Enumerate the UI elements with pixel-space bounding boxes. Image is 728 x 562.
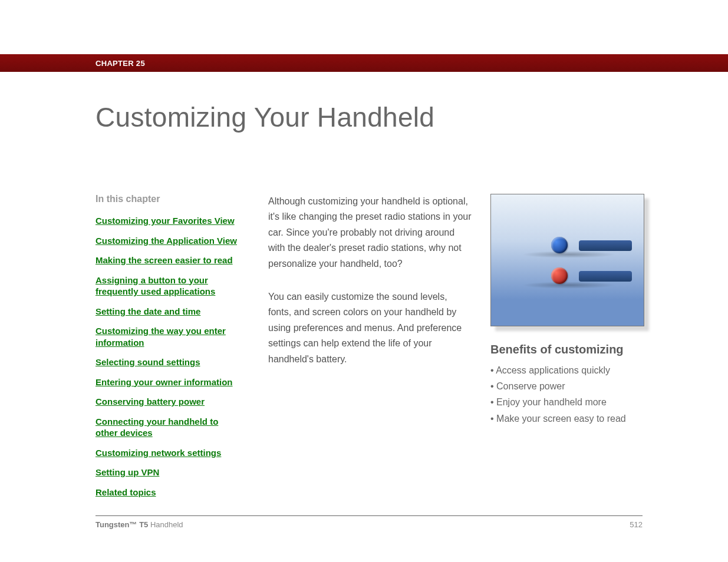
page-number: 512: [630, 520, 643, 529]
benefit-item: Make your screen easy to read: [490, 411, 650, 427]
link-connecting-handheld-to-other-devices[interactable]: Connecting your handheld to other device…: [95, 416, 240, 439]
link-conserving-battery-power[interactable]: Conserving battery power: [95, 396, 240, 408]
link-customizing-application-view[interactable]: Customizing the Application View: [95, 235, 240, 247]
in-this-chapter-sidebar: In this chapter Customizing your Favorit…: [95, 194, 249, 506]
link-entering-owner-information[interactable]: Entering your owner information: [95, 376, 240, 388]
link-related-topics[interactable]: Related topics: [95, 487, 240, 498]
intro-paragraph-1: Although customizing your handheld is op…: [268, 194, 472, 272]
product-name: Tungsten™ T5 Handheld: [95, 520, 183, 529]
chapter-header-bar: CHAPTER 25: [0, 54, 728, 72]
benefits-list: Access applications quickly Conserve pow…: [490, 362, 650, 427]
right-column: Benefits of customizing Access applicati…: [490, 194, 650, 427]
illustration-label-bottom: [579, 271, 632, 282]
blue-pin-icon: [551, 237, 568, 253]
page-title: Customizing Your Handheld: [95, 101, 434, 133]
link-selecting-sound-settings[interactable]: Selecting sound settings: [95, 356, 240, 368]
sidebar-links: Customizing your Favorites View Customiz…: [95, 215, 249, 498]
link-assigning-button[interactable]: Assigning a button to your frequently us…: [95, 275, 240, 297]
footer-rule: [95, 515, 643, 516]
illustration-label-top: [579, 240, 632, 251]
link-customizing-the-way-you-enter-information[interactable]: Customizing the way you enter informatio…: [95, 325, 240, 348]
red-pin-icon: [551, 267, 568, 284]
intro-paragraph-2: You can easily customize the sound level…: [268, 289, 472, 367]
illustration-photo: [490, 194, 644, 326]
link-setting-date-and-time[interactable]: Setting the date and time: [95, 306, 240, 318]
chapter-label: CHAPTER 25: [95, 59, 145, 68]
link-making-screen-easier-to-read[interactable]: Making the screen easier to read: [95, 254, 240, 266]
benefits-heading: Benefits of customizing: [490, 343, 650, 356]
link-customizing-favorites-view[interactable]: Customizing your Favorites View: [95, 215, 240, 227]
body-text-column: Although customizing your handheld is op…: [268, 194, 472, 385]
link-setting-up-vpn[interactable]: Setting up VPN: [95, 467, 240, 478]
sidebar-heading: In this chapter: [95, 194, 249, 204]
benefit-item: Enjoy your handheld more: [490, 394, 650, 410]
benefit-item: Conserve power: [490, 378, 650, 394]
page-footer: Tungsten™ T5 Handheld 512: [95, 520, 643, 529]
link-customizing-network-settings[interactable]: Customizing network settings: [95, 447, 240, 459]
benefit-item: Access applications quickly: [490, 362, 650, 378]
